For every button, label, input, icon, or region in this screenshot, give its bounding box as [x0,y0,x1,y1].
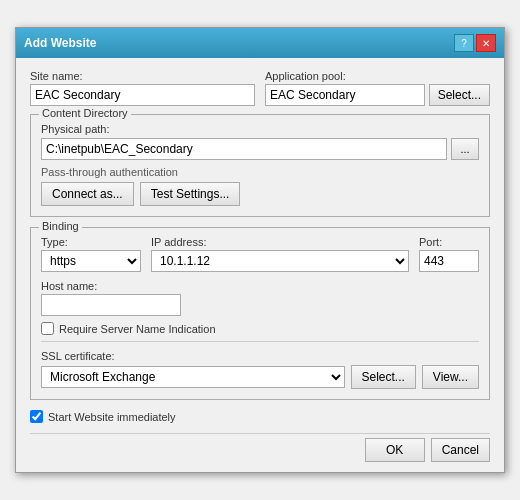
app-pool-group: Application pool: Select... [265,70,490,106]
ip-group: IP address: 10.1.1.12 [151,236,409,272]
ssl-cert-section: SSL certificate: Microsoft Exchange Sele… [41,350,479,389]
browse-button[interactable]: ... [451,138,479,160]
hostname-input[interactable] [41,294,181,316]
cancel-button[interactable]: Cancel [431,438,490,462]
app-pool-input[interactable] [265,84,425,106]
ssl-cert-select[interactable]: Microsoft Exchange [41,366,345,388]
passthrough-label: Pass-through authentication [41,166,479,178]
physical-path-input[interactable] [41,138,447,160]
start-website-row: Start Website immediately [30,410,490,423]
require-sni-label: Require Server Name Indication [59,323,216,335]
hostname-label: Host name: [41,280,479,292]
app-pool-label: Application pool: [265,70,490,82]
add-website-dialog: Add Website ? ✕ Site name: Application p… [15,27,505,473]
content-directory-section: Content Directory Physical path: ... Pas… [30,114,490,217]
port-label: Port: [419,236,479,248]
type-group: Type: https http [41,236,141,272]
close-button[interactable]: ✕ [476,34,496,52]
binding-section-label: Binding [39,220,82,232]
start-website-label: Start Website immediately [48,411,176,423]
ok-button[interactable]: OK [365,438,425,462]
port-input[interactable] [419,250,479,272]
type-select[interactable]: https http [41,250,141,272]
test-settings-button[interactable]: Test Settings... [140,182,241,206]
ssl-select-button[interactable]: Select... [351,365,416,389]
site-app-row: Site name: Application pool: Select... [30,70,490,106]
type-label: Type: [41,236,141,248]
title-bar: Add Website ? ✕ [16,28,504,58]
connect-as-button[interactable]: Connect as... [41,182,134,206]
content-directory-label: Content Directory [39,107,131,119]
title-bar-buttons: ? ✕ [454,34,496,52]
site-name-group: Site name: [30,70,255,106]
ip-label: IP address: [151,236,409,248]
physical-path-row: ... [41,138,479,160]
footer-buttons: OK Cancel [30,433,490,462]
app-pool-select-button[interactable]: Select... [429,84,490,106]
dialog-title: Add Website [24,36,96,50]
port-group: Port: [419,236,479,272]
type-ip-port-row: Type: https http IP address: 10.1.1.12 P… [41,236,479,272]
dialog-body: Site name: Application pool: Select... C… [16,58,504,472]
hostname-group: Host name: [41,280,479,316]
require-sni-checkbox[interactable] [41,322,54,335]
site-name-label: Site name: [30,70,255,82]
binding-section: Binding Type: https http IP address: 10.… [30,227,490,400]
sni-checkbox-row: Require Server Name Indication [41,322,479,335]
ip-select[interactable]: 10.1.1.12 [151,250,409,272]
physical-path-label: Physical path: [41,123,479,135]
help-button[interactable]: ? [454,34,474,52]
site-name-input[interactable] [30,84,255,106]
auth-buttons-row: Connect as... Test Settings... [41,182,479,206]
ssl-select-row: Microsoft Exchange Select... View... [41,365,479,389]
start-website-checkbox[interactable] [30,410,43,423]
ssl-cert-label: SSL certificate: [41,350,479,362]
ssl-view-button[interactable]: View... [422,365,479,389]
